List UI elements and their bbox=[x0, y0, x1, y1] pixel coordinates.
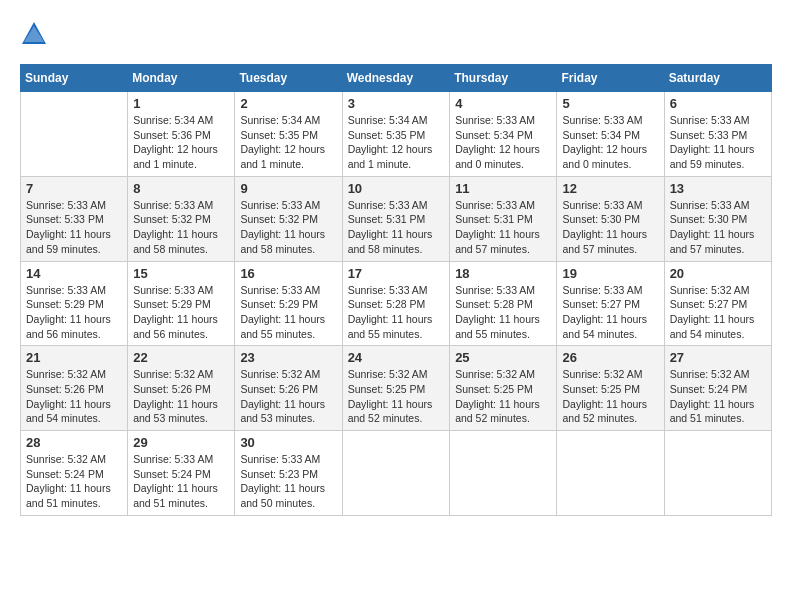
day-info: Sunrise: 5:33 AMSunset: 5:27 PMDaylight:… bbox=[562, 283, 658, 342]
day-number: 12 bbox=[562, 181, 658, 196]
day-number: 29 bbox=[133, 435, 229, 450]
day-info: Sunrise: 5:33 AMSunset: 5:32 PMDaylight:… bbox=[133, 198, 229, 257]
calendar-cell bbox=[21, 92, 128, 177]
day-info: Sunrise: 5:32 AMSunset: 5:25 PMDaylight:… bbox=[455, 367, 551, 426]
calendar-week-3: 14Sunrise: 5:33 AMSunset: 5:29 PMDayligh… bbox=[21, 261, 772, 346]
day-number: 27 bbox=[670, 350, 766, 365]
day-number: 20 bbox=[670, 266, 766, 281]
day-info: Sunrise: 5:32 AMSunset: 5:27 PMDaylight:… bbox=[670, 283, 766, 342]
calendar-cell: 2Sunrise: 5:34 AMSunset: 5:35 PMDaylight… bbox=[235, 92, 342, 177]
day-number: 2 bbox=[240, 96, 336, 111]
column-header-wednesday: Wednesday bbox=[342, 65, 450, 92]
day-number: 9 bbox=[240, 181, 336, 196]
calendar-week-2: 7Sunrise: 5:33 AMSunset: 5:33 PMDaylight… bbox=[21, 176, 772, 261]
calendar-week-5: 28Sunrise: 5:32 AMSunset: 5:24 PMDayligh… bbox=[21, 431, 772, 516]
day-number: 26 bbox=[562, 350, 658, 365]
calendar-cell: 24Sunrise: 5:32 AMSunset: 5:25 PMDayligh… bbox=[342, 346, 450, 431]
day-info: Sunrise: 5:33 AMSunset: 5:33 PMDaylight:… bbox=[670, 113, 766, 172]
day-number: 21 bbox=[26, 350, 122, 365]
day-info: Sunrise: 5:33 AMSunset: 5:29 PMDaylight:… bbox=[133, 283, 229, 342]
calendar-cell: 23Sunrise: 5:32 AMSunset: 5:26 PMDayligh… bbox=[235, 346, 342, 431]
day-number: 25 bbox=[455, 350, 551, 365]
calendar-cell: 11Sunrise: 5:33 AMSunset: 5:31 PMDayligh… bbox=[450, 176, 557, 261]
day-number: 7 bbox=[26, 181, 122, 196]
calendar-week-1: 1Sunrise: 5:34 AMSunset: 5:36 PMDaylight… bbox=[21, 92, 772, 177]
day-number: 14 bbox=[26, 266, 122, 281]
calendar-cell: 18Sunrise: 5:33 AMSunset: 5:28 PMDayligh… bbox=[450, 261, 557, 346]
day-number: 15 bbox=[133, 266, 229, 281]
calendar-cell: 3Sunrise: 5:34 AMSunset: 5:35 PMDaylight… bbox=[342, 92, 450, 177]
calendar-cell: 29Sunrise: 5:33 AMSunset: 5:24 PMDayligh… bbox=[128, 431, 235, 516]
column-header-friday: Friday bbox=[557, 65, 664, 92]
calendar-cell: 14Sunrise: 5:33 AMSunset: 5:29 PMDayligh… bbox=[21, 261, 128, 346]
day-number: 5 bbox=[562, 96, 658, 111]
calendar-cell: 6Sunrise: 5:33 AMSunset: 5:33 PMDaylight… bbox=[664, 92, 771, 177]
day-info: Sunrise: 5:34 AMSunset: 5:36 PMDaylight:… bbox=[133, 113, 229, 172]
calendar-cell: 30Sunrise: 5:33 AMSunset: 5:23 PMDayligh… bbox=[235, 431, 342, 516]
calendar-cell: 9Sunrise: 5:33 AMSunset: 5:32 PMDaylight… bbox=[235, 176, 342, 261]
day-info: Sunrise: 5:32 AMSunset: 5:25 PMDaylight:… bbox=[562, 367, 658, 426]
calendar-cell: 19Sunrise: 5:33 AMSunset: 5:27 PMDayligh… bbox=[557, 261, 664, 346]
calendar-cell: 5Sunrise: 5:33 AMSunset: 5:34 PMDaylight… bbox=[557, 92, 664, 177]
day-number: 13 bbox=[670, 181, 766, 196]
day-info: Sunrise: 5:33 AMSunset: 5:28 PMDaylight:… bbox=[348, 283, 445, 342]
day-number: 19 bbox=[562, 266, 658, 281]
day-number: 28 bbox=[26, 435, 122, 450]
calendar-cell bbox=[664, 431, 771, 516]
day-info: Sunrise: 5:32 AMSunset: 5:26 PMDaylight:… bbox=[240, 367, 336, 426]
calendar-cell: 12Sunrise: 5:33 AMSunset: 5:30 PMDayligh… bbox=[557, 176, 664, 261]
calendar-cell: 17Sunrise: 5:33 AMSunset: 5:28 PMDayligh… bbox=[342, 261, 450, 346]
column-header-saturday: Saturday bbox=[664, 65, 771, 92]
day-info: Sunrise: 5:33 AMSunset: 5:31 PMDaylight:… bbox=[348, 198, 445, 257]
day-number: 24 bbox=[348, 350, 445, 365]
day-info: Sunrise: 5:33 AMSunset: 5:34 PMDaylight:… bbox=[455, 113, 551, 172]
day-info: Sunrise: 5:33 AMSunset: 5:30 PMDaylight:… bbox=[670, 198, 766, 257]
calendar-cell bbox=[557, 431, 664, 516]
day-info: Sunrise: 5:33 AMSunset: 5:28 PMDaylight:… bbox=[455, 283, 551, 342]
day-number: 4 bbox=[455, 96, 551, 111]
calendar-cell: 25Sunrise: 5:32 AMSunset: 5:25 PMDayligh… bbox=[450, 346, 557, 431]
day-number: 16 bbox=[240, 266, 336, 281]
day-number: 6 bbox=[670, 96, 766, 111]
day-info: Sunrise: 5:34 AMSunset: 5:35 PMDaylight:… bbox=[240, 113, 336, 172]
calendar-cell: 1Sunrise: 5:34 AMSunset: 5:36 PMDaylight… bbox=[128, 92, 235, 177]
column-header-monday: Monday bbox=[128, 65, 235, 92]
day-number: 22 bbox=[133, 350, 229, 365]
calendar-cell bbox=[342, 431, 450, 516]
day-info: Sunrise: 5:33 AMSunset: 5:24 PMDaylight:… bbox=[133, 452, 229, 511]
day-number: 18 bbox=[455, 266, 551, 281]
calendar-cell: 20Sunrise: 5:32 AMSunset: 5:27 PMDayligh… bbox=[664, 261, 771, 346]
day-number: 17 bbox=[348, 266, 445, 281]
day-info: Sunrise: 5:32 AMSunset: 5:26 PMDaylight:… bbox=[133, 367, 229, 426]
calendar-cell bbox=[450, 431, 557, 516]
day-number: 10 bbox=[348, 181, 445, 196]
calendar-cell: 7Sunrise: 5:33 AMSunset: 5:33 PMDaylight… bbox=[21, 176, 128, 261]
logo-icon bbox=[20, 20, 48, 48]
day-info: Sunrise: 5:33 AMSunset: 5:34 PMDaylight:… bbox=[562, 113, 658, 172]
day-info: Sunrise: 5:33 AMSunset: 5:29 PMDaylight:… bbox=[240, 283, 336, 342]
day-info: Sunrise: 5:33 AMSunset: 5:30 PMDaylight:… bbox=[562, 198, 658, 257]
calendar-cell: 21Sunrise: 5:32 AMSunset: 5:26 PMDayligh… bbox=[21, 346, 128, 431]
day-info: Sunrise: 5:34 AMSunset: 5:35 PMDaylight:… bbox=[348, 113, 445, 172]
calendar-cell: 4Sunrise: 5:33 AMSunset: 5:34 PMDaylight… bbox=[450, 92, 557, 177]
day-info: Sunrise: 5:32 AMSunset: 5:24 PMDaylight:… bbox=[26, 452, 122, 511]
calendar-cell: 15Sunrise: 5:33 AMSunset: 5:29 PMDayligh… bbox=[128, 261, 235, 346]
day-number: 30 bbox=[240, 435, 336, 450]
day-number: 1 bbox=[133, 96, 229, 111]
logo bbox=[20, 20, 52, 48]
day-info: Sunrise: 5:32 AMSunset: 5:25 PMDaylight:… bbox=[348, 367, 445, 426]
column-header-sunday: Sunday bbox=[21, 65, 128, 92]
calendar-cell: 26Sunrise: 5:32 AMSunset: 5:25 PMDayligh… bbox=[557, 346, 664, 431]
day-number: 3 bbox=[348, 96, 445, 111]
calendar-table: SundayMondayTuesdayWednesdayThursdayFrid… bbox=[20, 64, 772, 516]
day-info: Sunrise: 5:32 AMSunset: 5:24 PMDaylight:… bbox=[670, 367, 766, 426]
day-number: 11 bbox=[455, 181, 551, 196]
calendar-cell: 22Sunrise: 5:32 AMSunset: 5:26 PMDayligh… bbox=[128, 346, 235, 431]
day-info: Sunrise: 5:33 AMSunset: 5:33 PMDaylight:… bbox=[26, 198, 122, 257]
day-number: 8 bbox=[133, 181, 229, 196]
calendar-cell: 27Sunrise: 5:32 AMSunset: 5:24 PMDayligh… bbox=[664, 346, 771, 431]
day-info: Sunrise: 5:33 AMSunset: 5:29 PMDaylight:… bbox=[26, 283, 122, 342]
calendar-header-row: SundayMondayTuesdayWednesdayThursdayFrid… bbox=[21, 65, 772, 92]
calendar-cell: 16Sunrise: 5:33 AMSunset: 5:29 PMDayligh… bbox=[235, 261, 342, 346]
svg-marker-1 bbox=[24, 26, 44, 42]
